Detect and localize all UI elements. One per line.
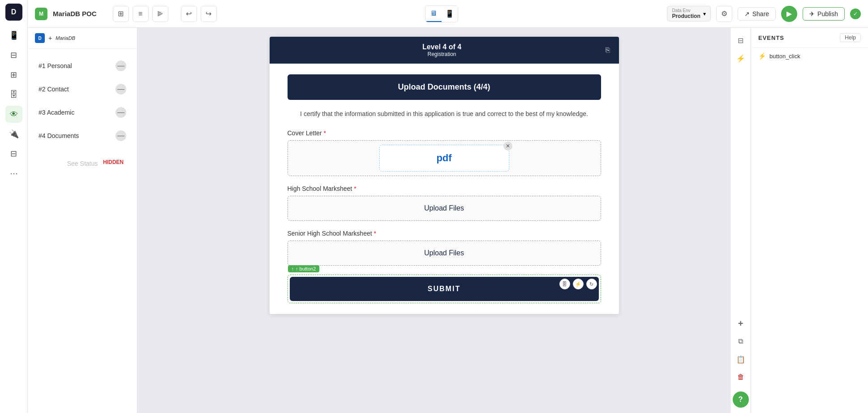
nav-badge-contact: —: [116, 84, 126, 95]
canvas-subtitle: Registration: [279, 51, 606, 57]
right-icon-add[interactable]: +: [734, 316, 748, 331]
plus-separator: +: [48, 34, 52, 42]
right-icon-trash[interactable]: 🗑: [734, 370, 748, 384]
publish-button[interactable]: ✈ Publish: [803, 7, 845, 21]
layout-btn[interactable]: ≡: [133, 6, 149, 22]
sidebar-item-database[interactable]: 🗄: [5, 86, 22, 103]
senior-high-label: Senior High School Marksheet *: [288, 230, 601, 237]
publish-icon: ✈: [809, 10, 815, 17]
help-button[interactable]: Help: [840, 33, 861, 42]
sidebar-item-layout[interactable]: ⊞: [5, 66, 22, 83]
desktop-btn[interactable]: 🖥: [425, 6, 442, 22]
right-icon-duplicate[interactable]: ⧉: [734, 334, 748, 348]
settings-btn[interactable]: ⚙: [716, 6, 732, 22]
redo-btn[interactable]: ↪: [201, 6, 217, 22]
right-icon-clipboard[interactable]: 📋: [734, 352, 748, 366]
event-item-button-click[interactable]: ⚡ button_click: [751, 48, 868, 64]
submit-database-icon[interactable]: 🗄: [559, 279, 570, 289]
nav-badge-personal: —: [116, 60, 126, 71]
status-check-icon: ✓: [850, 9, 861, 19]
app-logo[interactable]: D: [5, 4, 22, 21]
cover-letter-group: Cover Letter * pdf ✕: [288, 129, 601, 176]
nav-badge-documents: —: [116, 130, 126, 141]
device-group: 🖥 📱: [425, 5, 458, 22]
submit-icons: 🗄 ⚡ ↻: [559, 279, 597, 289]
sidebar-item-plug[interactable]: 🔌: [5, 125, 22, 142]
cover-letter-upload-area[interactable]: pdf ✕: [288, 140, 601, 176]
right-panel-top: EVENTS Help: [751, 28, 868, 48]
sidebar-item-flow[interactable]: ⋯: [5, 165, 22, 182]
share-button[interactable]: ↗ Share: [738, 7, 776, 21]
submit-area: ↑ ↑ button2 SUBMIT 🗄 ⚡ ↻: [288, 275, 601, 303]
required-indicator: *: [323, 129, 326, 137]
mobile-btn[interactable]: 📱: [442, 6, 458, 22]
nav-item-documents[interactable]: #4 Documents —: [33, 126, 132, 146]
event-name-label: button_click: [769, 53, 800, 60]
sidebar-item-phone[interactable]: 📱: [5, 27, 22, 44]
arrow-up-icon: ↑: [292, 266, 294, 271]
submit-lightning-icon[interactable]: ⚡: [573, 279, 584, 289]
icon-bar: D 📱 ⊟ ⊞ 🗄 👁 🔌 ⊟ ⋯: [0, 0, 28, 413]
sidebar-item-tablet[interactable]: ⊟: [5, 47, 22, 64]
high-school-required: *: [354, 185, 356, 192]
cover-letter-label: Cover Letter *: [288, 129, 601, 137]
canvas-level-title: Level 4 of 4: [279, 43, 606, 51]
left-panel: D + MariaDB #1 Personal — #2 Contact — #…: [28, 28, 138, 413]
chevron-down-icon: ▾: [703, 11, 706, 17]
pdf-preview: pdf ✕: [379, 145, 509, 172]
events-label: EVENTS: [758, 34, 784, 41]
nav-item-academic[interactable]: #3 Academic —: [33, 103, 132, 122]
top-bar: M MariaDB POC ⊞ ≡ ⫸ ↩ ↪ 🖥 📱 Data Env Pro…: [28, 0, 868, 28]
panel-toggle-btn[interactable]: ⊞: [113, 6, 129, 22]
lightning-event-icon: ⚡: [758, 52, 766, 60]
pdf-close-btn[interactable]: ✕: [503, 142, 512, 151]
left-panel-header: D + MariaDB: [28, 28, 137, 49]
nav-item-personal[interactable]: #1 Personal —: [33, 56, 132, 76]
app-icon: M: [35, 8, 47, 20]
submit-tag: ↑ ↑ button2: [288, 265, 320, 272]
canvas-header: Level 4 of 4 Registration ⎘: [270, 37, 619, 64]
senior-high-upload-btn[interactable]: Upload Files: [288, 241, 601, 266]
nav-item-contact[interactable]: #2 Contact —: [33, 79, 132, 99]
certify-text: I certify that the information submitted…: [288, 109, 601, 119]
pdf-text: pdf: [436, 152, 451, 164]
nav-items: #1 Personal — #2 Contact — #3 Academic —…: [28, 49, 137, 153]
main-area: Level 4 of 4 Registration ⎘ Upload Docum…: [138, 28, 751, 413]
help-icon[interactable]: ?: [733, 391, 749, 408]
senior-high-required: *: [374, 230, 376, 237]
pdf-preview-wrap: pdf ✕: [288, 141, 601, 175]
right-icon-bar: ⊟ ⚡ + ⧉ 📋 🗑 ?: [730, 28, 751, 413]
senior-high-group: Senior High School Marksheet * Upload Fi…: [288, 230, 601, 266]
submit-button[interactable]: SUBMIT: [290, 277, 599, 301]
see-status-area: See Status HIDDEN: [28, 153, 137, 174]
data-env-selector[interactable]: Data Env Production ▾: [667, 6, 710, 22]
nav-badge-academic: —: [116, 107, 126, 118]
share-icon: ↗: [744, 10, 750, 17]
play-icon: ▶: [786, 9, 792, 18]
svg-text:MariaDB: MariaDB: [56, 35, 76, 41]
canvas: Level 4 of 4 Registration ⎘ Upload Docum…: [270, 37, 619, 314]
high-school-group: High School Marksheet * Upload Files: [288, 185, 601, 221]
maria-logo: MariaDB: [56, 34, 87, 42]
sidebar-item-table[interactable]: ⊟: [5, 145, 22, 162]
upload-docs-button[interactable]: Upload Documents (4/4): [288, 74, 601, 100]
drona-logo: D: [35, 33, 45, 43]
right-icon-lightning[interactable]: ⚡: [734, 51, 748, 65]
canvas-body: Upload Documents (4/4) I certify that th…: [270, 64, 619, 314]
sidebar-item-eye[interactable]: 👁: [5, 106, 22, 123]
copy-icon[interactable]: ⎘: [606, 46, 610, 54]
right-icon-layout[interactable]: ⊟: [734, 33, 748, 47]
run-button[interactable]: ▶: [781, 6, 797, 22]
undo-btn[interactable]: ↩: [181, 6, 197, 22]
app-name: MariaDB POC: [53, 10, 97, 17]
high-school-upload-btn[interactable]: Upload Files: [288, 196, 601, 221]
right-panel: EVENTS Help ⚡ button_click: [751, 28, 868, 413]
columns-btn[interactable]: ⫸: [152, 6, 168, 22]
high-school-label: High School Marksheet *: [288, 185, 601, 192]
submit-refresh-icon[interactable]: ↻: [586, 279, 597, 289]
